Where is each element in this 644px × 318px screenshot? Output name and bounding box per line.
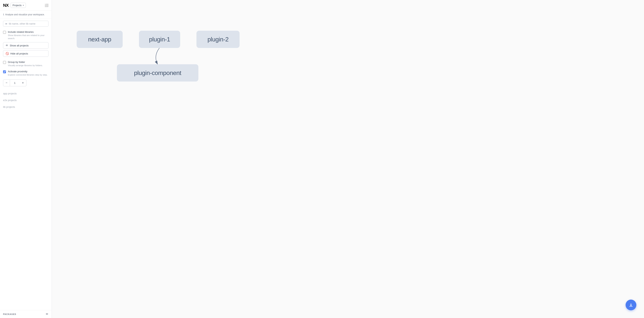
sidebar: NX Projects ▾ ⬜ ℹ Analyse and visualize …	[0, 0, 52, 318]
monitor-icon[interactable]: ⬜	[45, 4, 48, 7]
show-all-label: Show all projects	[10, 44, 28, 47]
search-input-wrapper: ⛂	[3, 21, 48, 27]
graph-edge-plugin1-to-component	[156, 48, 160, 64]
stepper-value-input	[10, 79, 20, 86]
app-projects-category[interactable]: app projects	[3, 90, 48, 97]
include-related-row: Include related libraries Show libraries…	[0, 29, 52, 42]
group-by-folder-label: Group by folder	[8, 61, 43, 64]
projects-dropdown-label: Projects	[13, 4, 22, 7]
lib-projects-category[interactable]: lib projects	[3, 104, 48, 110]
group-by-folder-sublabel: Visually arrange libraries by folders.	[8, 64, 43, 67]
show-all-projects-button[interactable]: 👁 Show all projects	[3, 42, 48, 49]
project-categories: app projects e2e projects lib projects	[0, 87, 52, 110]
sidebar-header: NX Projects ▾ ⬜	[0, 0, 52, 11]
include-related-sublabel: Show libraries that are related to your …	[8, 34, 48, 40]
download-fab-button[interactable]	[626, 299, 636, 310]
activate-proximity-sublabel: Explore connected libraries step by step…	[8, 73, 48, 76]
node-next-app[interactable]: next-app	[77, 31, 123, 48]
hide-all-projects-button[interactable]: 🚫 Hide all projects	[3, 50, 48, 57]
chevron-down-icon: ▾	[23, 4, 24, 6]
include-related-label: Include related libraries	[8, 31, 48, 33]
group-by-folder-checkbox[interactable]	[3, 61, 6, 64]
node-plugin-component[interactable]: plugin-component	[117, 64, 198, 82]
activate-proximity-label: Activate proximity	[8, 70, 48, 73]
sidebar-footer: PACKAGES 👁	[0, 310, 52, 318]
include-related-checkbox[interactable]	[3, 31, 6, 34]
node-plugin-1-label: plugin-1	[149, 36, 170, 43]
projects-dropdown[interactable]: Projects ▾	[10, 3, 26, 8]
graph-canvas: next-app plugin-1 plugin-2 plugin-compon…	[52, 0, 644, 318]
search-input[interactable]	[9, 22, 46, 25]
node-plugin-2-label: plugin-2	[208, 36, 229, 43]
hide-all-btn-row: 🚫 Hide all projects	[0, 50, 52, 58]
info-text: Analyse and visualize your workspace.	[5, 13, 45, 16]
eye-show-icon: 👁	[6, 44, 8, 47]
download-icon	[629, 303, 633, 307]
hide-all-label: Hide all projects	[10, 52, 28, 55]
proximity-stepper: − +	[3, 79, 48, 86]
search-section: ⛂	[0, 19, 52, 29]
sidebar-info: ℹ Analyse and visualize your workspace.	[0, 11, 52, 19]
activate-proximity-row: Activate proximity Explore connected lib…	[0, 69, 52, 78]
e2e-projects-category[interactable]: e2e projects	[3, 97, 48, 104]
stepper-decrement-button[interactable]: −	[3, 79, 10, 86]
node-next-app-label: next-app	[88, 36, 111, 43]
activate-proximity-checkbox[interactable]	[3, 70, 6, 73]
show-all-btn-row: 👁 Show all projects	[0, 42, 52, 50]
eye-hide-icon: 🚫	[6, 52, 9, 55]
group-by-folder-row: Group by folder Visually arrange librari…	[0, 59, 52, 69]
nx-logo: NX	[3, 3, 8, 8]
node-plugin-component-label: plugin-component	[134, 70, 181, 77]
filter-icon: ⛂	[5, 22, 7, 25]
stepper-increment-button[interactable]: +	[20, 79, 26, 86]
info-icon: ℹ	[3, 13, 4, 16]
node-plugin-1[interactable]: plugin-1	[139, 31, 180, 48]
packages-eye-icon[interactable]: 👁	[46, 312, 48, 316]
packages-label: PACKAGES	[3, 313, 16, 315]
node-plugin-2[interactable]: plugin-2	[196, 31, 240, 48]
